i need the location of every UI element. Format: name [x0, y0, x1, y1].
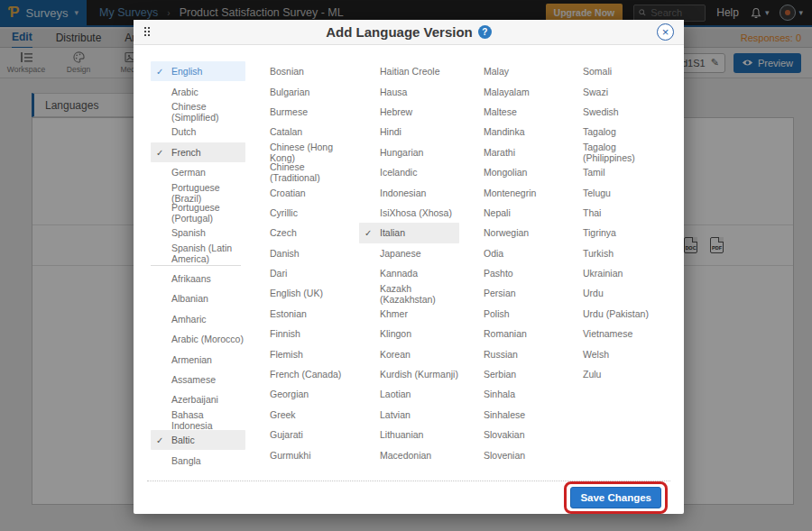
language-item[interactable]: Telugu: [562, 182, 667, 202]
language-item[interactable]: Nepali: [463, 203, 558, 223]
language-item[interactable]: Japanese: [359, 243, 459, 263]
help-icon[interactable]: ?: [478, 25, 492, 39]
language-item[interactable]: Laotian: [359, 384, 459, 404]
language-item[interactable]: Chinese (Simplified): [151, 102, 245, 122]
language-item[interactable]: Swedish: [562, 102, 667, 122]
language-item[interactable]: Mandinka: [463, 122, 558, 142]
language-item[interactable]: Klingon: [359, 324, 459, 343]
language-item[interactable]: Sinhalese: [463, 405, 558, 425]
language-item[interactable]: Burmese: [249, 102, 355, 122]
language-item[interactable]: Assamese: [151, 370, 245, 389]
language-item[interactable]: Spanish: [151, 223, 245, 243]
language-item[interactable]: Urdu: [562, 283, 667, 303]
language-item[interactable]: Marathi: [463, 142, 558, 162]
language-item[interactable]: German: [151, 162, 245, 182]
language-item[interactable]: Chinese (Hong Kong): [249, 142, 355, 162]
language-item[interactable]: Estonian: [249, 304, 355, 324]
language-item[interactable]: ✓English: [151, 61, 245, 81]
language-item[interactable]: Somali: [562, 61, 667, 81]
language-item[interactable]: Gurmukhi: [249, 444, 355, 464]
language-item[interactable]: Latvian: [359, 405, 459, 425]
drag-handle-icon[interactable]: [143, 26, 150, 38]
language-item[interactable]: Indonesian: [359, 182, 459, 202]
language-item[interactable]: Zulu: [562, 364, 667, 384]
language-item[interactable]: Sinhala: [463, 384, 558, 404]
language-item[interactable]: Azerbaijani: [151, 389, 245, 409]
language-item[interactable]: Kazakh (Kazakhstan): [359, 283, 459, 303]
language-item[interactable]: Slovenian: [463, 444, 558, 464]
language-item[interactable]: Hungarian: [359, 142, 459, 162]
language-item[interactable]: Tigrinya: [562, 223, 667, 243]
language-item[interactable]: Portuguese (Portugal): [151, 203, 245, 223]
language-item[interactable]: Armenian: [151, 349, 245, 369]
language-item[interactable]: Kannada: [359, 263, 459, 283]
language-item[interactable]: Bulgarian: [249, 81, 355, 101]
language-item[interactable]: Portuguese (Brazil): [151, 182, 245, 202]
language-item[interactable]: Malayalam: [463, 81, 558, 101]
language-item[interactable]: Persian: [463, 283, 558, 303]
language-item[interactable]: Dari: [249, 263, 355, 283]
language-item[interactable]: Montenegrin: [463, 182, 558, 202]
language-item[interactable]: Tamil: [562, 162, 667, 182]
language-item[interactable]: Russian: [463, 343, 558, 363]
language-item[interactable]: Lithuanian: [359, 425, 459, 444]
language-item[interactable]: IsiXhosa (Xhosa): [359, 203, 459, 223]
language-item[interactable]: Flemish: [249, 343, 355, 363]
language-item[interactable]: Tagalog (Philippines): [562, 142, 667, 162]
language-item[interactable]: Swazi: [562, 81, 667, 101]
language-item[interactable]: Croatian: [249, 182, 355, 202]
save-changes-button[interactable]: Save Changes: [570, 487, 661, 508]
language-item[interactable]: Kurdish (Kurmanji): [359, 364, 459, 384]
language-item[interactable]: Serbian: [463, 364, 558, 384]
language-item[interactable]: Greek: [249, 405, 355, 425]
language-item[interactable]: English (UK): [249, 283, 355, 303]
language-item[interactable]: ✓Italian: [359, 223, 459, 243]
language-item[interactable]: Albanian: [151, 288, 245, 308]
language-item[interactable]: Hebrew: [359, 102, 459, 122]
language-item[interactable]: Tagalog: [562, 122, 667, 142]
language-item[interactable]: Arabic: [151, 81, 245, 101]
language-item[interactable]: Bangla: [151, 450, 245, 470]
language-item[interactable]: Amharic: [151, 309, 245, 329]
language-item[interactable]: Bahasa Indonesia: [151, 410, 245, 430]
language-item[interactable]: Danish: [249, 243, 355, 263]
language-item[interactable]: Thai: [562, 203, 667, 223]
language-item[interactable]: Norwegian: [463, 223, 558, 243]
language-item[interactable]: Hindi: [359, 122, 459, 142]
language-item[interactable]: Cyrillic: [249, 203, 355, 223]
language-item[interactable]: Welsh: [562, 343, 667, 363]
language-item[interactable]: Spanish (Latin America): [151, 243, 245, 263]
language-item[interactable]: French (Canada): [249, 364, 355, 384]
language-item[interactable]: Haitian Creole: [359, 61, 459, 81]
language-item[interactable]: Icelandic: [359, 162, 459, 182]
language-item[interactable]: Hausa: [359, 81, 459, 101]
language-item[interactable]: Afrikaans: [151, 269, 245, 288]
language-item[interactable]: Khmer: [359, 304, 459, 324]
language-item[interactable]: Malay: [463, 61, 558, 81]
language-item[interactable]: Catalan: [249, 122, 355, 142]
language-item[interactable]: Odia: [463, 243, 558, 263]
language-item[interactable]: Finnish: [249, 324, 355, 343]
language-item[interactable]: Maltese: [463, 102, 558, 122]
language-item[interactable]: Turkish: [562, 243, 667, 263]
language-item[interactable]: Vietnamese: [562, 324, 667, 343]
language-item[interactable]: ✓Baltic: [151, 430, 245, 450]
language-item[interactable]: Korean: [359, 343, 459, 363]
language-item[interactable]: Ukrainian: [562, 263, 667, 283]
language-item[interactable]: Czech: [249, 223, 355, 243]
language-item[interactable]: Mongolian: [463, 162, 558, 182]
close-icon[interactable]: ×: [657, 23, 674, 41]
language-item[interactable]: Slovakian: [463, 425, 558, 444]
language-item[interactable]: Pashto: [463, 263, 558, 283]
language-item[interactable]: Dutch: [151, 122, 245, 142]
language-item[interactable]: ✓French: [151, 142, 245, 162]
language-item[interactable]: Chinese (Traditional): [249, 162, 355, 182]
language-item[interactable]: Arabic (Morocco): [151, 329, 245, 349]
language-item[interactable]: Gujarati: [249, 425, 355, 444]
language-item[interactable]: Urdu (Pakistan): [562, 304, 667, 324]
language-item[interactable]: Polish: [463, 304, 558, 324]
language-item[interactable]: Romanian: [463, 324, 558, 343]
language-item[interactable]: Bosnian: [249, 61, 355, 81]
language-item[interactable]: Macedonian: [359, 444, 459, 464]
language-item[interactable]: Georgian: [249, 384, 355, 404]
